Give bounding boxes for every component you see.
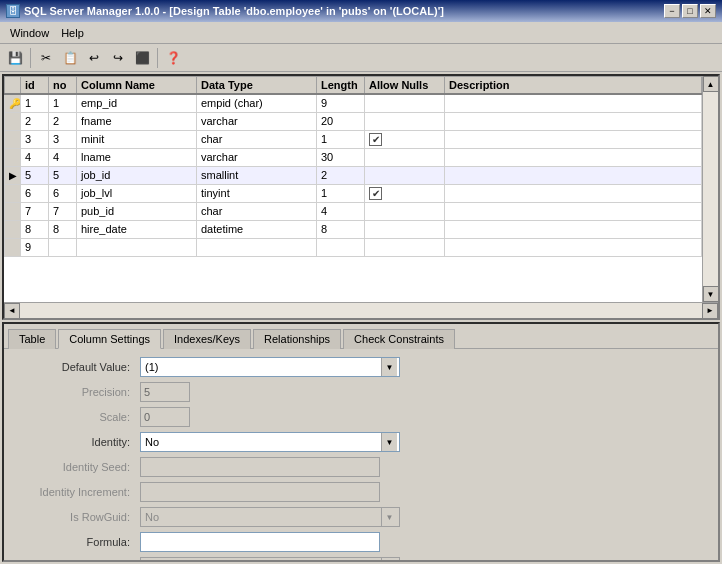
- checkbox-checked-icon[interactable]: ✔: [369, 187, 382, 200]
- cell-no: 1: [49, 94, 77, 112]
- cell-length: 1: [317, 184, 365, 202]
- formula-label: Formula:: [16, 536, 136, 548]
- cell-length: 4: [317, 202, 365, 220]
- cell-colname: emp_id: [77, 94, 197, 112]
- row-indicator-cell: [5, 220, 21, 238]
- row-indicator-cell: [5, 148, 21, 166]
- grid-scroll[interactable]: id no Column Name Data Type Length Allow…: [4, 76, 702, 302]
- scroll-left-button[interactable]: ◄: [4, 303, 20, 319]
- toolbar-cut[interactable]: ✂: [35, 47, 57, 69]
- cell-description: [445, 166, 702, 184]
- cell-colname: minit: [77, 130, 197, 148]
- cell-length: 9: [317, 94, 365, 112]
- title-text: SQL Server Manager 1.0.0 - [Design Table…: [24, 5, 444, 17]
- scroll-up-button[interactable]: ▲: [703, 76, 719, 92]
- default-value-arrow[interactable]: ▼: [381, 358, 397, 376]
- identity-arrow[interactable]: ▼: [381, 433, 397, 451]
- is-rowguid-arrow: ▼: [381, 508, 397, 526]
- row-indicator-cell: [5, 112, 21, 130]
- identity-seed-input: [140, 457, 380, 477]
- cell-no: 4: [49, 148, 77, 166]
- cell-description: [445, 184, 702, 202]
- cell-allow-nulls: ✔: [365, 130, 445, 148]
- col-header-desc: Description: [445, 77, 702, 95]
- table-row[interactable]: 88hire_datedatetime8: [5, 220, 702, 238]
- vertical-scrollbar[interactable]: ▲ ▼: [702, 76, 718, 302]
- scroll-track[interactable]: [703, 92, 718, 286]
- collation-row: Collation: <database default> ▼: [16, 557, 706, 560]
- row-indicator-cell: ▶: [5, 166, 21, 184]
- cell-length: 30: [317, 148, 365, 166]
- table-row[interactable]: 🔑11emp_idempid (char)9: [5, 94, 702, 112]
- cell-description: [445, 130, 702, 148]
- tab-column-settings[interactable]: Column Settings: [58, 329, 161, 349]
- table-row[interactable]: 22fnamevarchar20: [5, 112, 702, 130]
- menu-window[interactable]: Window: [4, 25, 55, 41]
- formula-input[interactable]: [140, 532, 380, 552]
- identity-increment-label: Identity Increment:: [16, 486, 136, 498]
- identity-select[interactable]: No ▼: [140, 432, 400, 452]
- default-value-select[interactable]: (1) ▼: [140, 357, 400, 377]
- cell-colname: fname: [77, 112, 197, 130]
- formula-row: Formula:: [16, 532, 706, 552]
- cell-id: 9: [21, 238, 49, 256]
- checkbox-checked-icon[interactable]: ✔: [369, 133, 382, 146]
- table-row[interactable]: ▶55job_idsmallint2: [5, 166, 702, 184]
- cell-allow-nulls: [365, 202, 445, 220]
- col-header-indicator: [5, 77, 21, 95]
- table-row[interactable]: 33minitchar1✔: [5, 130, 702, 148]
- toolbar-help[interactable]: ❓: [162, 47, 184, 69]
- cell-id: 3: [21, 130, 49, 148]
- cell-allow-nulls: ✔: [365, 184, 445, 202]
- cell-no: [49, 238, 77, 256]
- toolbar-redo[interactable]: ↪: [107, 47, 129, 69]
- identity-seed-row: Identity Seed:: [16, 457, 706, 477]
- cell-description: [445, 202, 702, 220]
- table-area: id no Column Name Data Type Length Allow…: [2, 74, 720, 320]
- cell-no: 7: [49, 202, 77, 220]
- tab-relationships[interactable]: Relationships: [253, 329, 341, 349]
- row-indicator-cell: [5, 202, 21, 220]
- cell-length: 20: [317, 112, 365, 130]
- minimize-button[interactable]: −: [664, 4, 680, 18]
- cell-no: 2: [49, 112, 77, 130]
- toolbar-table[interactable]: ⬛: [131, 47, 153, 69]
- scale-row: Scale:: [16, 407, 706, 427]
- scroll-down-button[interactable]: ▼: [703, 286, 719, 302]
- cell-id: 7: [21, 202, 49, 220]
- scroll-right-button[interactable]: ►: [702, 303, 718, 319]
- identity-seed-label: Identity Seed:: [16, 461, 136, 473]
- close-button[interactable]: ✕: [700, 4, 716, 18]
- identity-value: No: [143, 436, 381, 448]
- tab-bar: Table Column Settings Indexes/Keys Relat…: [4, 324, 718, 349]
- tab-check-constraints[interactable]: Check Constraints: [343, 329, 455, 349]
- cell-allow-nulls: [365, 112, 445, 130]
- cell-length: 8: [317, 220, 365, 238]
- cell-datatype: tinyint: [197, 184, 317, 202]
- cell-description: [445, 94, 702, 112]
- cell-no: 5: [49, 166, 77, 184]
- maximize-button[interactable]: □: [682, 4, 698, 18]
- toolbar-save[interactable]: 💾: [4, 47, 26, 69]
- cell-allow-nulls: [365, 148, 445, 166]
- scale-input: [140, 407, 190, 427]
- toolbar-copy[interactable]: 📋: [59, 47, 81, 69]
- cell-datatype: empid (char): [197, 94, 317, 112]
- is-rowguid-value: No: [143, 511, 381, 523]
- toolbar-undo[interactable]: ↩: [83, 47, 105, 69]
- col-header-no: no: [49, 77, 77, 95]
- data-grid: id no Column Name Data Type Length Allow…: [4, 76, 702, 257]
- cell-id: 5: [21, 166, 49, 184]
- tab-indexes-keys[interactable]: Indexes/Keys: [163, 329, 251, 349]
- table-row[interactable]: 77pub_idchar4: [5, 202, 702, 220]
- cell-no: 8: [49, 220, 77, 238]
- table-row[interactable]: 44lnamevarchar30: [5, 148, 702, 166]
- tab-table[interactable]: Table: [8, 329, 56, 349]
- menu-bar: Window Help: [0, 22, 722, 44]
- h-scroll-track[interactable]: [20, 303, 702, 318]
- horizontal-scrollbar[interactable]: ◄ ►: [4, 302, 718, 318]
- menu-help[interactable]: Help: [55, 25, 90, 41]
- table-row[interactable]: 66job_lvltinyint1✔: [5, 184, 702, 202]
- title-bar: 🗄 SQL Server Manager 1.0.0 - [Design Tab…: [0, 0, 722, 22]
- table-row[interactable]: 9: [5, 238, 702, 256]
